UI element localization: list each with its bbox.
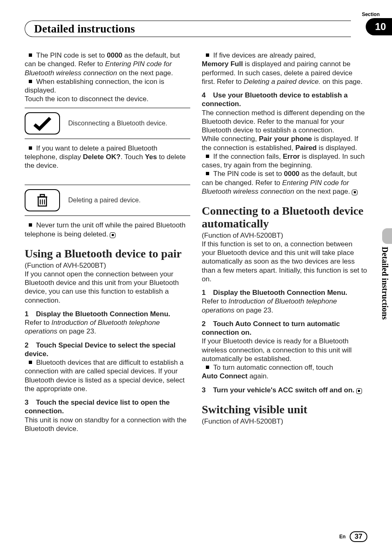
icon-row: Deleting a paired device. xyxy=(25,185,190,216)
body-text: The PIN code is set to 0000 as the defau… xyxy=(202,169,367,196)
body-text: To turn automatic connection off, touch xyxy=(202,363,367,372)
bullet-icon xyxy=(29,146,32,150)
heading-using-bluetooth: Using a Bluetooth device to pair xyxy=(25,248,190,260)
bullet-icon xyxy=(206,366,209,369)
heading-switching-visible: Switching visible unit xyxy=(202,403,367,416)
body-text: The connection method is different depen… xyxy=(202,109,367,135)
bullet-icon xyxy=(206,155,209,158)
step-heading: 2Touch Special Device to select the spec… xyxy=(25,341,190,359)
body-text: This unit is now on standby for a connec… xyxy=(25,416,190,433)
step-heading: 1Display the Bluetooth Connection Menu. xyxy=(202,288,367,297)
icon-caption: Disconnecting a Bluetooth device. xyxy=(68,119,167,127)
bullet-icon xyxy=(29,223,32,227)
body-text: Touch the icon to disconnect the device. xyxy=(25,95,190,103)
side-tab xyxy=(382,228,392,244)
delete-device-icon xyxy=(25,189,60,211)
bullet-icon xyxy=(206,172,209,175)
body-text: first. Refer to Deleting a paired device… xyxy=(202,77,367,86)
body-text: While connecting, Pair your phone is dis… xyxy=(202,134,367,152)
body-text: If this function is set to on, a connect… xyxy=(202,240,367,283)
body-text: If five devices are already paired, xyxy=(202,51,367,60)
step-heading: 3Turn your vehicle's ACC switch off and … xyxy=(202,386,367,394)
end-mark-icon xyxy=(110,232,115,238)
step-heading: 4Use your Bluetooth device to establish … xyxy=(202,91,367,109)
body-text: If you cannot open the connection betwee… xyxy=(25,270,190,305)
body-text: Auto Connect again. xyxy=(202,372,367,380)
body-text: Refer to Introduction of Bluetooth telep… xyxy=(202,297,367,315)
function-note: (Function of AVH-5200BT) xyxy=(202,417,367,426)
function-note: (Function of AVH-5200BT) xyxy=(202,231,367,240)
body-text: The PIN code is set to 0000 as the defau… xyxy=(25,51,190,77)
chapter-title-wrap: Detailed instructions xyxy=(25,21,351,37)
body-text: If your Bluetooth device is ready for a … xyxy=(202,337,367,363)
bullet-icon xyxy=(206,53,209,57)
body-text: Memory Full is displayed and pairing can… xyxy=(202,60,367,77)
body-text: Never turn the unit off while the paired… xyxy=(25,221,190,239)
svg-rect-2 xyxy=(40,195,44,197)
bullet-icon xyxy=(29,361,32,364)
section-label: Section xyxy=(362,12,380,17)
function-note: (Function of AVH-5200BT) xyxy=(25,261,190,270)
step-heading: 2Touch Auto Connect to turn automatic co… xyxy=(202,320,367,337)
page-footer: En 37 xyxy=(339,531,367,542)
end-mark-icon xyxy=(352,190,357,195)
body-text: When establishing connection, the icon i… xyxy=(25,77,190,95)
body-text: Refer to Introduction of Bluetooth telep… xyxy=(25,318,190,336)
heading-connecting-auto: Connecting to a Bluetooth device automat… xyxy=(202,205,367,230)
body-text: If the connection fails, Error is displa… xyxy=(202,152,367,170)
chapter-number-badge: 10 xyxy=(366,18,392,35)
body-text: If you want to delete a paired Bluetooth… xyxy=(25,144,190,170)
icon-row: Disconnecting a Bluetooth device. xyxy=(25,108,190,139)
step-heading: 1Display the Bluetooth Connection Menu. xyxy=(25,310,190,318)
disconnect-icon xyxy=(25,112,60,134)
page-body: The PIN code is set to 0000 as the defau… xyxy=(25,51,367,519)
lang-code: En xyxy=(339,534,346,540)
page-number: 37 xyxy=(350,531,367,542)
bullet-icon xyxy=(29,53,32,57)
end-mark-icon xyxy=(356,388,362,394)
side-label: Detailed instructions xyxy=(380,247,390,320)
icon-caption: Deleting a paired device. xyxy=(68,196,141,204)
step-heading: 3Touch the special device list to open t… xyxy=(25,398,190,416)
body-text: Bluetooth devices that are difficult to … xyxy=(25,358,190,393)
bullet-icon xyxy=(29,80,32,83)
chapter-title: Detailed instructions xyxy=(34,23,135,35)
